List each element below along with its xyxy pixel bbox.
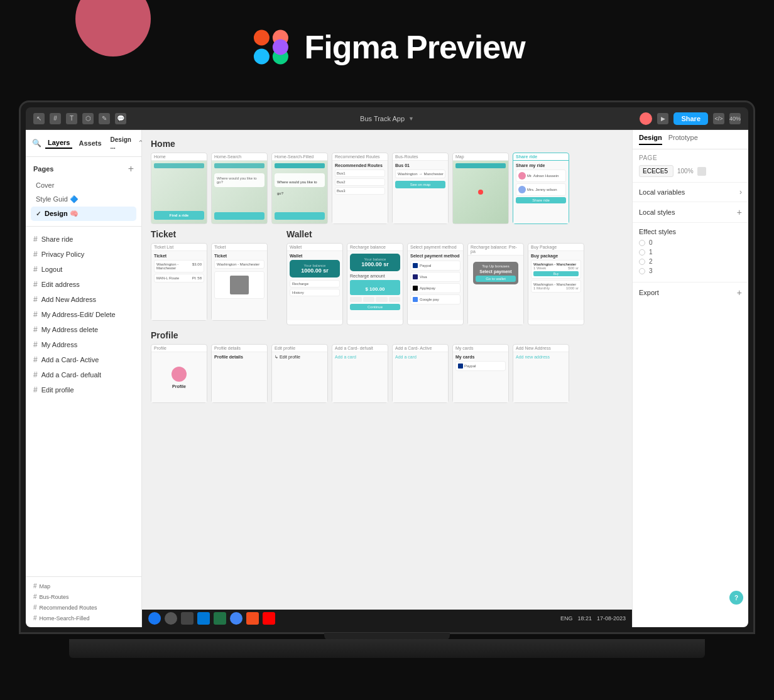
text-tool-icon[interactable]: T [66,113,77,124]
frame-home-search[interactable]: Home-Search Where would you like to go? [211,153,268,224]
applepay-icon [413,286,418,291]
frame-home[interactable]: Home Find a ride [151,153,207,224]
profile-avatar [172,367,187,382]
frame-wallet[interactable]: Wallet Wallet Your balance 1000.00 sr [286,243,343,325]
recharge-continue-btn[interactable]: Continue [350,304,400,310]
taskbar-icon-2[interactable] [197,612,210,625]
frame-add-card-default[interactable]: Add a Card- defualt Add a card [332,344,388,403]
comment-tool-icon[interactable]: 💬 [115,113,126,124]
frame-select-payment[interactable]: Select payment method Select payment met… [407,243,464,325]
effect-radio-2[interactable] [639,259,645,265]
payment-paypal[interactable]: Paypal [410,261,461,271]
cursor-tool-icon[interactable]: ↖ [33,113,45,124]
code-view-icon[interactable]: </> [713,113,724,124]
layer-edit-profile[interactable]: # Edit profile [28,382,139,397]
frame-recharge-balance[interactable]: Recharge balance Your balance 1000.00 sr… [347,243,403,325]
amount-opt-2[interactable] [363,297,375,302]
add-page-button[interactable]: + [128,163,134,175]
frame-map[interactable]: Map [452,153,509,224]
local-variables-add[interactable]: › [739,188,742,197]
frame-tool-icon[interactable]: # [50,113,61,124]
frame-edit-profile[interactable]: Edit profile ↳ Edit profile [271,344,328,403]
frame-add-card-active[interactable]: Add a Card- Active Add a card [392,344,449,403]
layer-logout[interactable]: # Logout [28,262,139,277]
page-item-design[interactable]: ✓ Design 🧠 [31,207,136,221]
frame-recharge-prepay[interactable]: Recharge balance: Pre-pa Top Up bonuses … [467,243,524,325]
page-width-input[interactable] [639,165,673,177]
nav-bus-routes[interactable]: # Bus-Routes [31,591,136,602]
layer-edit-address[interactable]: # Edit address [28,277,139,292]
search-icon[interactable]: 🔍 [32,139,41,148]
payment-visa[interactable]: Visa [410,272,461,282]
layer-add-card-active[interactable]: # Add a Card- Active [28,352,139,367]
search-taskbar-icon[interactable] [165,612,177,625]
payment-googlepay[interactable]: Google pay [410,294,461,304]
pen-tool-icon[interactable]: ✎ [99,113,110,124]
local-variables-row[interactable]: Local variables › [639,188,742,197]
share-ride-btn[interactable]: Share ride [516,197,566,203]
frame-add-new-address[interactable]: Add New Address Add new address [513,344,569,403]
card-item-paypal[interactable]: Paypal [455,361,506,371]
taskbar-icon-adobe[interactable] [263,612,275,625]
page-item-cover[interactable]: Cover [31,178,136,192]
recharge-balance-card: Your balance 1000.00 sr [350,254,400,271]
layer-my-address-edit-label: My Address-Edit/ Delete [41,311,116,318]
right-tab-design[interactable]: Design [639,134,662,145]
layer-my-address[interactable]: # My Address [28,337,139,352]
visibility-toggle[interactable] [697,167,706,176]
share-button[interactable]: Share [673,112,708,125]
payment-applepay[interactable]: Applepay [410,283,461,293]
present-icon[interactable]: ▶ [657,113,668,124]
nav-home-search[interactable]: # Home-Search-Filled [31,613,136,623]
file-name-label[interactable]: Bus Track App [360,115,405,122]
frame-my-cards[interactable]: My cards My cards Paypal [452,344,509,403]
taskbar-icon-1[interactable] [181,612,194,625]
frame-bus-routes[interactable]: Bus-Routes Bus 01 Washington → [392,153,449,224]
tab-layers[interactable]: Layers [45,137,72,149]
pkg-buy-btn-1[interactable]: Buy [533,271,579,276]
frame-share-ride[interactable]: Share ride Share my ride Mr. Adnan Husse… [513,153,569,224]
start-button[interactable] [148,612,161,625]
page-item-styleguide[interactable]: Style Guid 🔷 [31,192,136,207]
taskbar-icon-chrome[interactable] [230,612,243,625]
tab-design-options[interactable]: Design ... [108,135,134,151]
nav-map[interactable]: # Map [31,581,136,591]
frame-ticket[interactable]: Ticket Ticket Washington - Manchester [211,243,268,321]
laptop-container: ↖ # T ⬡ ✎ 💬 Bus Track App ▼ ▶ Shar [19,100,755,687]
layer-my-address-edit[interactable]: # My Address-Edit/ Delete [28,307,139,322]
layer-add-address[interactable]: # Add New Address [28,292,139,307]
frame-recommended-routes[interactable]: Recommended Routes Recommended Routes Bu… [332,153,388,224]
frame-profile-details[interactable]: Profile details Profile details [211,344,268,403]
tab-assets[interactable]: Assets [76,138,104,148]
amount-opt-4[interactable] [389,297,401,302]
taskbar-icon-figma[interactable] [246,612,259,625]
frame-ticket-list[interactable]: Ticket List Ticket Washington - Manchest… [151,243,207,321]
amount-opt-3[interactable] [376,297,388,302]
frame-select-payment-body: Select payment method Paypal [408,251,463,320]
layer-share-ride[interactable]: # Share ride [28,232,139,247]
layer-add-card-default[interactable]: # Add a Card- defualt [28,367,139,382]
canvas-area[interactable]: Home Home Find a ride [142,130,632,627]
nav-recommended-routes[interactable]: # Recommended Routes [31,602,136,613]
frame-home-search-filled[interactable]: Home-Search-Filled Where would you like … [271,153,328,224]
effect-radio-3[interactable] [639,268,645,274]
zoom-dropdown[interactable]: 40% [729,113,741,124]
help-button[interactable]: ? [729,591,743,605]
package-2[interactable]: Washington - Manchester 1 Monthly 1000 s… [531,280,581,293]
layer-my-address-delete[interactable]: # My Address delete [28,322,139,337]
package-1[interactable]: Washington - Manchester 1 Week $00 sr [531,260,581,279]
right-tab-prototype[interactable]: Prototype [668,134,698,145]
effect-radio-0[interactable] [639,240,645,246]
component-tool-icon[interactable]: ⬡ [82,113,94,124]
frame-profile[interactable]: Profile Profile [151,344,207,403]
export-add-button[interactable]: + [737,288,742,298]
amount-opt-1[interactable] [350,297,362,302]
local-styles-row[interactable]: Local styles + [639,207,742,217]
local-styles-add[interactable]: + [737,207,742,217]
topup-confirm-btn[interactable]: Go to wallet [476,276,516,282]
taskbar-icon-3[interactable] [214,612,226,625]
effect-radio-1[interactable] [639,249,645,256]
frame-buy-package[interactable]: Buy Package Buy package Washington - Man… [528,243,584,325]
layer-privacy-policy[interactable]: # Privacy Policy [28,247,139,262]
frame-edit-profile-body: ↳ Edit profile [272,352,327,402]
